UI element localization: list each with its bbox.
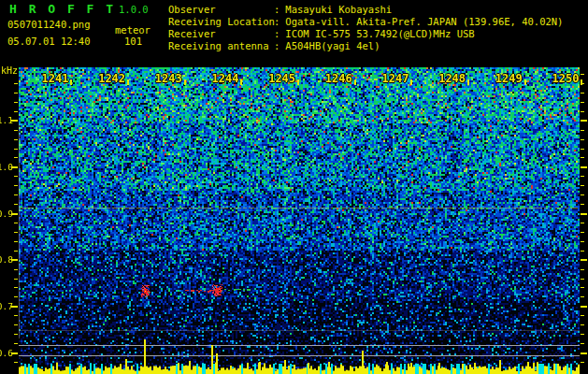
freq-minor-tick — [14, 296, 18, 297]
info-row-observer: Observer:Masayuki Kobayashi — [168, 4, 563, 16]
freq-major-tick-right — [581, 120, 587, 122]
freq-minor-tick — [14, 362, 18, 363]
freq-minor-tick-right — [581, 251, 584, 252]
freq-minor-tick-right — [581, 194, 584, 195]
freq-minor-tick — [14, 315, 18, 316]
time-tick — [354, 79, 356, 85]
time-label: 1248 — [437, 72, 466, 85]
freq-minor-tick — [14, 139, 18, 140]
info-separator: : — [274, 40, 280, 52]
info-separator: : — [274, 4, 280, 16]
freq-minor-tick-right — [581, 111, 584, 112]
time-label: 1249 — [495, 72, 523, 85]
time-tick — [524, 79, 526, 85]
time-label: 1247 — [380, 72, 409, 85]
freq-minor-tick — [14, 149, 18, 150]
info-label: Observer — [168, 4, 274, 16]
freq-minor-tick — [14, 287, 18, 288]
freq-minor-tick — [14, 130, 18, 131]
freq-minor-tick-right — [581, 315, 584, 316]
echo-count: 101 — [124, 36, 142, 47]
freq-minor-tick-right — [581, 223, 584, 223]
freq-major-tick — [11, 352, 18, 354]
freq-minor-tick — [14, 93, 18, 94]
freq-major-tick — [11, 259, 18, 261]
freq-major-tick-right — [581, 213, 587, 215]
freq-minor-tick — [14, 269, 18, 270]
freq-minor-tick-right — [581, 296, 584, 297]
freq-minor-tick — [14, 343, 18, 344]
freq-major-tick — [11, 166, 18, 168]
freq-minor-tick-right — [581, 157, 584, 158]
time-label: 1242 — [97, 72, 125, 85]
freq-minor-tick — [14, 194, 18, 195]
freq-label: 1.0 — [0, 162, 13, 172]
freq-minor-tick-right — [581, 139, 584, 140]
freq-minor-tick-right — [581, 130, 584, 131]
freq-minor-tick — [14, 334, 18, 335]
time-tick — [184, 79, 186, 85]
freq-minor-tick-right — [581, 334, 584, 335]
time-tick — [127, 79, 129, 85]
freq-major-tick — [11, 213, 18, 215]
app-title: H R O F F T — [9, 2, 116, 16]
freq-major-tick — [11, 120, 18, 122]
freq-minor-tick-right — [581, 279, 584, 280]
freq-major-tick-right — [581, 166, 587, 168]
freq-minor-tick — [14, 185, 18, 186]
spectrogram-canvas — [19, 67, 580, 374]
info-row-location: Receiving Location:Ogata-vill. Akita-Pre… — [168, 16, 563, 28]
freq-minor-tick-right — [581, 232, 584, 233]
freq-minor-tick — [14, 241, 18, 242]
freq-minor-tick-right — [581, 93, 584, 94]
info-label: Receiver — [168, 28, 274, 40]
freq-minor-tick — [14, 279, 18, 280]
mode-label: meteor — [115, 24, 151, 36]
freq-minor-tick-right — [581, 324, 584, 325]
time-label: 1246 — [324, 72, 352, 85]
station-info: Observer:Masayuki Kobayashi Receiving Lo… — [168, 4, 563, 52]
freq-major-tick-right — [581, 306, 587, 308]
info-separator: : — [274, 28, 280, 40]
timestamp: 05.07.01 12:40 — [7, 36, 91, 47]
freq-minor-tick-right — [581, 185, 584, 186]
info-value: Ogata-vill. Akita-Pref. JAPAN (139.96E, … — [285, 16, 563, 27]
time-label: 1244 — [210, 72, 238, 85]
hrofft-window: H R O F F T 1.0.0 0507011240.png meteor … — [0, 0, 588, 374]
freq-minor-tick — [14, 204, 18, 205]
output-filename: 0507011240.png — [7, 19, 91, 30]
freq-minor-tick — [14, 83, 18, 84]
freq-label: 0.6 — [0, 348, 13, 358]
info-separator: : — [274, 16, 280, 28]
info-label: Receiving Location — [168, 16, 274, 28]
freq-label: 1.1 — [0, 115, 13, 125]
freq-minor-tick — [14, 176, 18, 177]
info-row-receiver: Receiver:ICOM IC-575 53.7492(@LCD)MHz US… — [168, 28, 563, 40]
time-tick — [581, 79, 582, 85]
freq-minor-tick-right — [581, 241, 584, 242]
freq-minor-tick — [14, 324, 18, 325]
freq-minor-tick-right — [581, 362, 584, 363]
freq-minor-tick — [14, 157, 18, 158]
freq-minor-tick-right — [581, 269, 584, 270]
time-label: 1245 — [267, 72, 295, 85]
freq-minor-tick-right — [581, 102, 584, 103]
info-value: A504HB(yagi 4el) — [285, 40, 380, 51]
freq-minor-tick-right — [581, 287, 584, 288]
time-tick — [240, 79, 242, 85]
freq-minor-tick-right — [581, 204, 584, 205]
freq-minor-tick-right — [581, 176, 584, 177]
info-value: Masayuki Kobayashi — [285, 4, 392, 15]
info-label: Receiving antenna — [168, 40, 274, 52]
freq-major-tick-right — [581, 259, 587, 261]
time-tick — [70, 79, 72, 85]
time-tick — [297, 79, 299, 85]
freq-minor-tick-right — [581, 74, 584, 75]
freq-minor-tick — [14, 111, 18, 112]
freq-label: 0.9 — [0, 209, 13, 219]
time-label: 1250 — [551, 72, 579, 85]
freq-unit-label: kHz — [1, 65, 18, 76]
time-tick — [467, 79, 469, 85]
time-label: 1243 — [154, 72, 182, 85]
freq-minor-tick — [14, 223, 18, 223]
